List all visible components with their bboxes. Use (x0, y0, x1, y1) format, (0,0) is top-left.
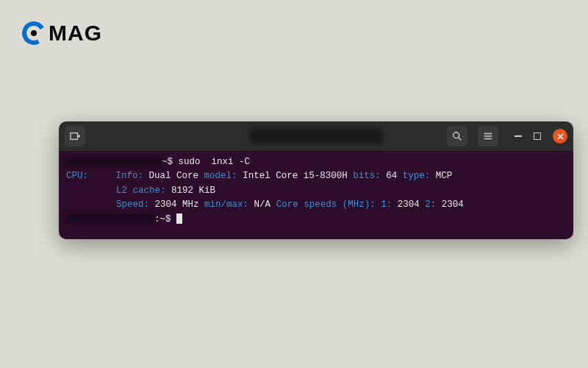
cores-label: Core speeds (MHz): (276, 199, 376, 210)
minmax-value: N/A (254, 199, 271, 210)
hamburger-icon (483, 131, 493, 141)
maximize-button[interactable] (534, 132, 541, 140)
logo-text: MAG (49, 21, 102, 46)
svg-line-4 (459, 138, 462, 141)
window-title-blurred (250, 128, 382, 144)
redacted-user-host-2: xxxxxxxxxxxxx (66, 214, 154, 223)
bits-value: 64 (386, 171, 397, 181)
l2-value: 8192 KiB (171, 185, 215, 196)
new-tab-button[interactable] (65, 126, 85, 146)
cpu-label: CPU: (66, 171, 88, 181)
prompt-suffix-2: :~$ (154, 214, 171, 224)
hamburger-menu-button[interactable] (478, 126, 498, 146)
core1-label: 1: (381, 199, 392, 210)
search-button[interactable] (447, 126, 467, 146)
info-value: Dual Core (149, 171, 199, 181)
model-label: model: (204, 171, 237, 181)
minmax-label: min/max: (204, 199, 248, 210)
close-button[interactable] (553, 129, 567, 144)
window-titlebar[interactable] (59, 121, 573, 151)
terminal-body[interactable]: xxxxxxxxxxxxxx~$ sudo inxi -C CPU: Info:… (59, 151, 573, 239)
svg-point-3 (453, 132, 459, 138)
close-icon (557, 133, 564, 140)
output-line-cpu: CPU: Info: Dual Core model: Intel Core i… (66, 169, 566, 183)
new-tab-icon (70, 131, 80, 141)
model-value: Intel Core i5-8300H (243, 171, 348, 181)
prompt-line-2: xxxxxxxxxxxxx:~$ (66, 213, 566, 227)
logo-icon (22, 21, 46, 45)
core2-value: 2304 (442, 199, 464, 210)
output-line-speed: Speed: 2304 MHz min/max: N/A Core speeds… (66, 198, 566, 212)
speed-value: 2304 MHz (155, 199, 199, 210)
minimize-button[interactable] (514, 135, 522, 137)
core2-label: 2: (425, 199, 436, 210)
redacted-user-host: xxxxxxxxxxxxxx (66, 158, 162, 166)
svg-rect-0 (71, 133, 78, 140)
cursor (176, 213, 182, 224)
command-text: sudo inxi -C (179, 157, 251, 167)
prompt-suffix: ~$ (162, 157, 173, 167)
prompt-line-1: xxxxxxxxxxxxxx~$ sudo inxi -C (66, 155, 566, 169)
bits-label: bits: (353, 171, 381, 181)
speed-label: Speed: (116, 199, 149, 210)
type-value: MCP (436, 171, 453, 181)
info-label: Info: (116, 171, 144, 181)
type-label: type: (403, 171, 431, 181)
search-icon (452, 131, 462, 141)
output-line-l2: L2 cache: 8192 KiB (66, 184, 566, 198)
l2-label: L2 cache: (116, 185, 166, 196)
brand-logo: MAG (22, 21, 102, 46)
core1-value: 2304 (398, 199, 420, 210)
terminal-window: xxxxxxxxxxxxxx~$ sudo inxi -C CPU: Info:… (59, 121, 573, 239)
